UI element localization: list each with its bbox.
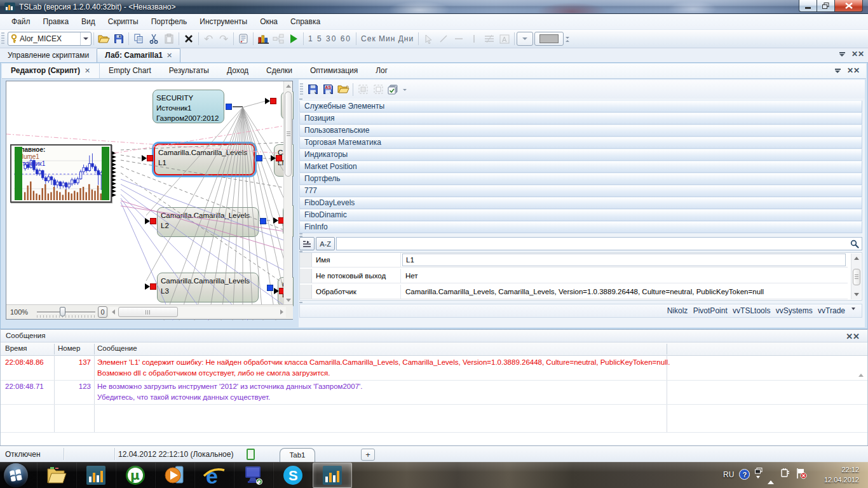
taskbar-tslab-active[interactable] [313, 463, 352, 488]
scroll-thumb[interactable] [118, 307, 178, 317]
property-row-stream[interactable]: Не потоковый выход Нет [300, 269, 848, 283]
editor-hscrollbar[interactable] [109, 307, 286, 318]
taskbar-tslab[interactable] [76, 463, 116, 488]
validate-button[interactable] [386, 82, 401, 97]
account-combobox[interactable]: Alor_MICEX [8, 32, 92, 46]
color-swatch-button[interactable] [534, 32, 564, 46]
propgrid-scrollbar[interactable] [851, 254, 861, 299]
taskbar-explorer[interactable] [37, 463, 76, 488]
scroll-up-button[interactable] [285, 82, 292, 90]
save-script-button[interactable] [305, 82, 320, 97]
script-diagram-canvas[interactable]: SECURITY Источник1 Газпром2007:2012 Cama… [6, 81, 293, 320]
ungroup-button[interactable] [370, 82, 386, 97]
menu-windows[interactable]: Окна [254, 14, 284, 29]
input-port[interactable] [271, 155, 282, 161]
message-row[interactable]: 22:08:48.71 123 Не возможно загрузить ин… [1, 381, 867, 405]
minimize-button[interactable] [799, 0, 817, 12]
tab-results[interactable]: Результаты [160, 64, 218, 78]
menu-edit[interactable]: Правка [37, 14, 76, 29]
scroll-down-button[interactable] [285, 296, 292, 304]
redo-button[interactable]: ↷ [216, 31, 231, 46]
tab-script-management[interactable]: Управление скриптами [0, 49, 97, 62]
zoom-slider-track[interactable] [37, 311, 95, 313]
scroll-right-button[interactable] [278, 308, 285, 316]
zoom-slider-thumb[interactable] [60, 307, 65, 316]
toolbar-overflow[interactable] [403, 88, 407, 91]
tab-optimization[interactable]: Оптимизация [301, 64, 367, 78]
scroll-left-button[interactable] [109, 308, 117, 316]
tags-dropdown-icon[interactable] [851, 310, 855, 319]
scroll-thumb[interactable] [285, 92, 292, 177]
chart-button[interactable] [255, 31, 271, 46]
category-fininfo[interactable]: FinInfo [299, 221, 862, 233]
input-port[interactable] [145, 218, 156, 224]
toolbar-grip[interactable] [1, 32, 4, 45]
close-button[interactable] [834, 0, 863, 12]
splitter[interactable] [294, 81, 299, 320]
tab-income[interactable]: Доход [218, 64, 257, 78]
dock-menu-icon[interactable] [839, 52, 845, 57]
col-message[interactable]: Сообщение [97, 344, 137, 352]
start-button[interactable] [4, 463, 28, 487]
property-row-name[interactable]: Имя L1 [300, 253, 848, 268]
chart-preview-block[interactable]: Главное: Volume1 Источник1 [10, 144, 112, 203]
save-as-button[interactable]: AS [320, 82, 336, 97]
account-dropdown[interactable] [80, 32, 91, 45]
tab-empty-chart[interactable]: Empty Chart [100, 64, 160, 78]
tab-close-icon[interactable] [166, 49, 172, 62]
tray-window-icon[interactable] [755, 468, 763, 478]
scroll-thumb[interactable] [853, 269, 860, 285]
name-value-editbox[interactable]: L1 [402, 254, 846, 266]
category-777[interactable]: 777 [299, 185, 862, 197]
property-row-handler[interactable]: Обработчик Camarilla.Camarilla_Levels, C… [300, 285, 848, 299]
tab-editor-script[interactable]: Редактор (Скрипт) [2, 64, 100, 78]
input-port[interactable] [142, 155, 153, 161]
output-port[interactable] [260, 218, 266, 224]
block-camarilla-l3[interactable]: Camarilla.Camarilla_Levels L3 [157, 273, 259, 302]
category-fibodinamic[interactable]: FiboDinamic [299, 209, 862, 221]
status-tab1[interactable]: Tab1 [280, 448, 315, 463]
taskbar-skype[interactable]: S [273, 463, 313, 488]
category-position[interactable]: Позиция [299, 112, 862, 125]
col-number[interactable]: Номер [58, 344, 80, 352]
tray-help-icon[interactable]: ? [739, 469, 750, 480]
block-camarilla-l2[interactable]: Camarilla.Camarilla_Levels L2 [157, 207, 259, 237]
run-button[interactable] [286, 31, 301, 46]
dock-close-icon[interactable]: ✕ [847, 67, 860, 74]
block-security[interactable]: SECURITY Источник1 Газпром2007:2012 [153, 90, 224, 123]
scroll-up-button[interactable] [853, 254, 860, 262]
messages-close-icon[interactable]: ✕ [846, 332, 860, 341]
tab-close-icon[interactable] [85, 64, 90, 78]
timeframes-label[interactable]: 1 5 30 60 [306, 34, 354, 43]
output-port[interactable] [267, 285, 273, 291]
toolbar-overflow[interactable] [566, 36, 569, 42]
taskbar-utorrent[interactable]: µ [116, 463, 155, 488]
element-search-input[interactable] [336, 237, 862, 250]
vline-tool[interactable] [466, 31, 482, 46]
editor-vscrollbar[interactable] [283, 81, 292, 305]
diagram-button[interactable] [271, 31, 286, 46]
cut-button[interactable] [146, 31, 161, 46]
undo-button[interactable]: ↶ [201, 31, 216, 46]
units-label[interactable]: Сек Мин Дни [358, 34, 416, 43]
category-fibodaylevels[interactable]: FiboDayLevels [299, 197, 862, 209]
open-script-button[interactable] [336, 82, 351, 97]
tray-flag-icon[interactable] [796, 468, 807, 479]
output-port[interactable] [256, 155, 262, 161]
sort-az-button[interactable]: A-Z [316, 237, 335, 250]
dock-menu-icon[interactable] [835, 69, 841, 73]
save-button[interactable] [111, 31, 126, 46]
text-tool[interactable]: A [497, 31, 512, 46]
levels-tool[interactable] [482, 31, 497, 46]
input-port[interactable] [145, 283, 156, 290]
category-trademath[interactable]: Торговая Математика [299, 137, 862, 149]
group-button[interactable] [355, 82, 370, 97]
taskbar-wmp[interactable] [155, 463, 194, 488]
dock-close-icon[interactable]: ✕ [851, 51, 864, 57]
cursor-tool[interactable] [421, 31, 436, 46]
tray-clock[interactable]: 22:12 12.04.2012 [824, 464, 859, 485]
tab-deals[interactable]: Сделки [257, 64, 301, 78]
properties-button[interactable] [236, 31, 251, 46]
menu-help[interactable]: Справка [284, 14, 327, 29]
block-camarilla-l1[interactable]: Camarilla.Camarilla_Levels L1 [154, 144, 255, 175]
